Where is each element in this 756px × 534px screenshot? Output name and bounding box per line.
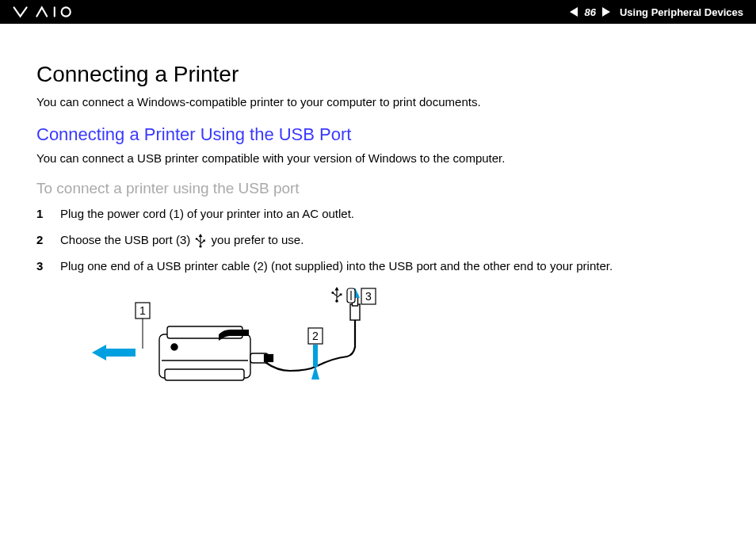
svg-rect-6	[204, 240, 205, 242]
list-item: 3 Plug one end of a USB printer cable (2…	[36, 257, 720, 274]
svg-text:2: 2	[312, 330, 319, 342]
svg-point-1	[62, 7, 71, 16]
diagram-arrow-1	[92, 345, 136, 360]
svg-text:3: 3	[365, 290, 372, 303]
diagram-label-3: 3	[361, 288, 376, 304]
usb-icon	[195, 234, 206, 248]
page-nav: 86	[570, 6, 609, 18]
step-text: Plug one end of a USB printer cable (2) …	[60, 257, 613, 274]
step-list: 1 Plug the power cord (1) of your printe…	[36, 205, 720, 274]
prev-page-arrow-icon[interactable]	[570, 7, 578, 17]
svg-marker-27	[334, 287, 338, 291]
svg-point-5	[196, 238, 198, 240]
svg-point-4	[200, 245, 202, 247]
svg-point-28	[335, 299, 338, 303]
svg-rect-13	[165, 369, 244, 380]
diagram-arrow-2	[311, 345, 319, 380]
svg-rect-17	[265, 355, 273, 361]
heading-main: Connecting a Printer	[36, 62, 720, 87]
svg-rect-18	[350, 304, 360, 320]
step-number: 1	[36, 205, 46, 222]
list-item: 1 Plug the power cord (1) of your printe…	[36, 205, 720, 222]
cable-icon	[250, 295, 360, 371]
step-number: 3	[36, 257, 46, 274]
svg-rect-30	[340, 293, 342, 296]
page-number: 86	[581, 6, 598, 18]
usb-symbol-icon	[331, 287, 342, 303]
svg-marker-3	[199, 234, 203, 237]
intro-text: You can connect a Windows-compatible pri…	[36, 93, 720, 112]
heading-sub: Connecting a Printer Using the USB Port	[36, 124, 720, 145]
diagram-label-1: 1	[136, 303, 150, 349]
page-header: 86 Using Peripheral Devices	[0, 0, 756, 24]
section-title: Using Peripheral Devices	[620, 6, 743, 18]
header-right: 86 Using Peripheral Devices	[570, 6, 743, 18]
svg-point-29	[331, 292, 334, 294]
heading-task: To connect a printer using the USB port	[36, 180, 720, 197]
diagram-label-2: 2	[308, 328, 323, 344]
svg-point-14	[171, 344, 178, 350]
svg-marker-7	[92, 345, 136, 360]
svg-rect-21	[313, 345, 318, 367]
step-number: 2	[36, 231, 46, 248]
printer-diagram: 1	[92, 284, 720, 406]
list-item: 2 Choose the USB port (3)	[36, 231, 720, 248]
usb-port-icon	[347, 288, 355, 303]
sub-intro-text: You can connect a USB printer compatible…	[36, 150, 720, 168]
step-text: Plug the power cord (1) of your printer …	[60, 205, 354, 222]
step-text: Choose the USB port (3)	[60, 231, 304, 248]
printer-icon	[159, 326, 250, 380]
page-content: Connecting a Printer You can connect a W…	[0, 24, 756, 406]
vaio-logo	[13, 6, 89, 18]
next-page-arrow-icon[interactable]	[602, 7, 610, 17]
svg-text:1: 1	[139, 304, 146, 317]
